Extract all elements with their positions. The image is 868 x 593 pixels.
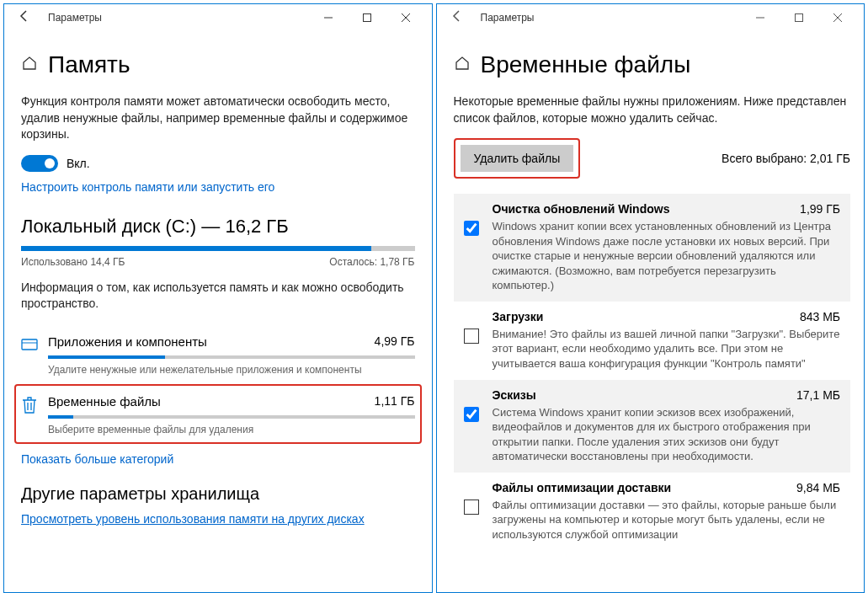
temp-file-item: Очистка обновлений Windows1,99 ГБWindows…: [454, 194, 851, 302]
temp-file-name: Очистка обновлений Windows: [493, 202, 670, 216]
temp-file-checkbox[interactable]: [464, 221, 479, 236]
temp-file-size: 17,1 МБ: [796, 388, 840, 402]
disk-info-text: Информация о том, как используется памят…: [21, 280, 415, 313]
category-size: 4,99 ГБ: [375, 334, 415, 348]
settings-storage-window: Параметры Память Функция контр: [3, 3, 433, 593]
home-icon[interactable]: [454, 55, 471, 76]
intro-text: Некоторые временные файлы нужны приложен…: [454, 93, 851, 126]
back-button[interactable]: [444, 9, 471, 26]
other-storage-title: Другие параметры хранилища: [21, 484, 415, 504]
temp-file-desc: Внимание! Это файлы из вашей личной папк…: [493, 327, 841, 371]
temp-file-desc: Windows хранит копии всех установленных …: [493, 219, 841, 293]
disk-remaining: Осталось: 1,78 ГБ: [329, 256, 414, 268]
temp-file-item: Эскизы17,1 МБСистема Windows хранит копи…: [454, 380, 851, 473]
temp-file-item: Файлы оптимизации доставки9,84 МБФайлы о…: [454, 473, 851, 551]
category-desc: Выберите временные файлы для удаления: [48, 424, 415, 435]
settings-temp-files-window: Параметры Временные файлы Неко: [436, 3, 865, 593]
page-title: Память: [48, 51, 130, 78]
page-title: Временные файлы: [481, 51, 691, 78]
disk-usage-bar: [21, 246, 415, 251]
temp-file-checkbox[interactable]: [464, 500, 479, 515]
storage-sense-toggle[interactable]: [21, 155, 58, 172]
temp-files-list: Очистка обновлений Windows1,99 ГБWindows…: [454, 194, 851, 550]
temp-file-name: Загрузки: [493, 310, 544, 323]
temp-file-size: 1,99 ГБ: [800, 202, 840, 216]
temp-file-size: 843 МБ: [800, 310, 840, 323]
page-header: Память: [21, 51, 415, 78]
maximize-button[interactable]: [780, 4, 818, 31]
category-name: Временные файлы: [48, 394, 161, 409]
svg-rect-4: [22, 339, 37, 350]
temp-file-checkbox[interactable]: [464, 329, 479, 344]
total-selected: Всего выбрано: 2,01 ГБ: [722, 152, 850, 165]
temp-file-size: 9,84 МБ: [796, 481, 840, 494]
window-title: Параметры: [38, 12, 309, 24]
maximize-button[interactable]: [348, 4, 386, 31]
temp-file-desc: Файлы оптимизации доставки — это файлы, …: [493, 498, 841, 542]
configure-storage-sense-link[interactable]: Настроить контроль памяти или запустить …: [21, 180, 274, 194]
highlight-delete-button: Удалить файлы: [454, 138, 581, 179]
toggle-label: Вкл.: [67, 157, 90, 170]
category-temp-files[interactable]: Временные файлы 1,11 ГБ Выберите временн…: [21, 389, 415, 439]
intro-text: Функция контроля памяти может автоматиче…: [21, 93, 415, 143]
window-title: Параметры: [471, 12, 742, 24]
local-disk-title: Локальный диск (C:) — 16,2 ГБ: [21, 216, 415, 238]
category-size: 1,11 ГБ: [375, 394, 415, 408]
apps-icon: [21, 334, 48, 357]
category-name: Приложения и компоненты: [48, 334, 207, 349]
temp-file-name: Эскизы: [493, 388, 536, 402]
temp-file-checkbox[interactable]: [464, 407, 479, 422]
titlebar: Параметры: [437, 4, 865, 31]
minimize-button[interactable]: [741, 4, 780, 31]
close-button[interactable]: [386, 4, 425, 31]
svg-rect-7: [796, 14, 803, 22]
highlight-temp-files: Временные файлы 1,11 ГБ Выберите временн…: [14, 384, 422, 444]
svg-rect-1: [363, 14, 370, 22]
titlebar: Параметры: [4, 4, 432, 31]
minimize-button[interactable]: [309, 4, 348, 31]
category-apps[interactable]: Приложения и компоненты 4,99 ГБ Удалите …: [21, 324, 415, 382]
temp-file-name: Файлы оптимизации доставки: [493, 481, 672, 494]
temp-file-item: Загрузки843 МБВнимание! Это файлы из ваш…: [454, 302, 851, 380]
page-header: Временные файлы: [454, 51, 851, 78]
view-other-disks-link[interactable]: Просмотреть уровень использования памяти…: [21, 512, 365, 526]
show-more-categories-link[interactable]: Показать больше категорий: [21, 452, 173, 466]
temp-file-desc: Система Windows хранит копии эскизов все…: [493, 405, 841, 464]
trash-icon: [21, 394, 48, 419]
category-desc: Удалите ненужные или нежелательные прило…: [48, 364, 415, 376]
close-button[interactable]: [818, 4, 857, 31]
home-icon[interactable]: [21, 55, 38, 76]
back-button[interactable]: [11, 9, 38, 26]
delete-files-button[interactable]: Удалить файлы: [461, 145, 574, 172]
disk-used: Использовано 14,4 ГБ: [21, 256, 125, 268]
